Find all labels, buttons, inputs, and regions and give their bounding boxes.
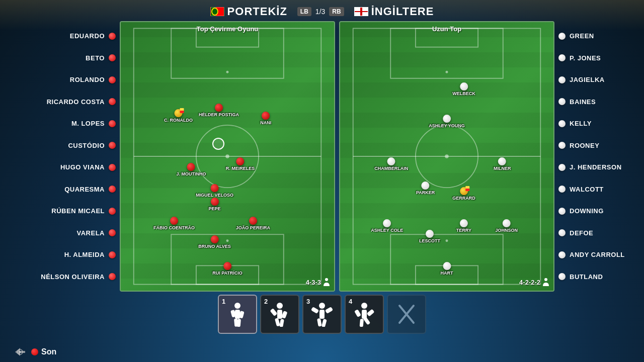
svg-rect-30 [270, 308, 277, 316]
player-dot-red [109, 273, 116, 280]
player-dot-white [558, 251, 566, 258]
pitch-player: RUI PATRÍCIO [212, 262, 243, 276]
svg-point-18 [445, 154, 448, 158]
player-dot-white [558, 76, 566, 83]
player-dot-white [558, 229, 566, 236]
player-dot-red [109, 54, 116, 61]
pitch-player: BRUNO ALVES [198, 235, 231, 249]
player-dot [249, 217, 257, 225]
player-item-right: JAGIELKA [558, 75, 639, 84]
player-item-right: WALCOTT [558, 185, 639, 194]
svg-point-19 [446, 71, 448, 73]
svg-rect-32 [275, 318, 280, 326]
bottom-controls: 1 2 3 [0, 292, 644, 342]
svg-rect-27 [237, 319, 241, 327]
player-list-left: EDUARDOBETOROLANDORICARDO COSTAM. LOPESC… [5, 21, 116, 292]
strategy-btn-4[interactable]: 4 [345, 295, 384, 334]
page-indicator: LB 1/3 RB [297, 7, 344, 16]
player-dot-red [109, 33, 116, 40]
svg-rect-37 [325, 307, 333, 314]
strategy-btn-3[interactable]: 3 [302, 295, 342, 334]
player-item-left: H. ALMEIDA [5, 250, 116, 259]
player-dot-red [109, 164, 116, 171]
pitch-left: Top Çevirme Oyunu [120, 21, 335, 292]
pitch-player: JOÃO PEREIRA [236, 217, 270, 231]
footer: ? Son [0, 342, 644, 362]
svg-point-28 [277, 303, 283, 309]
svg-rect-29 [277, 310, 282, 319]
player-dot-white [558, 273, 566, 280]
pitch-left-title: Top Çevirme Oyunu [197, 25, 259, 33]
pitch-player: LESCOTT [419, 230, 440, 244]
strategy-btn-5 [387, 295, 426, 334]
player-dot-white [558, 208, 566, 215]
back-control[interactable]: ? [15, 348, 25, 356]
pitch-player: MIGUEL VELOSO [196, 184, 233, 198]
player-item-left: VARELA [5, 229, 116, 237]
svg-rect-31 [281, 311, 287, 319]
player-item-left: M. LOPES [5, 119, 116, 128]
main-container: PORTEKİZ LB 1/3 RB İNGİLTERE EDUARDOBETO… [0, 0, 644, 362]
strategy-btn-1[interactable]: 1 [218, 295, 257, 334]
player-item-right: KELLY [558, 119, 639, 128]
pitch-player: GERRARD [452, 187, 475, 201]
team-right-title: İNGİLTERE [354, 5, 434, 18]
player-dot-red [109, 186, 116, 193]
svg-rect-33 [279, 319, 284, 327]
player-dot-red [109, 208, 116, 215]
player-item-left: RÚBEN MICAEL [5, 207, 116, 215]
pitch-player: R. MEIRELES [226, 157, 255, 171]
england-flag [354, 7, 368, 16]
svg-rect-35 [319, 310, 325, 319]
player-item-right: BUTLAND [558, 273, 639, 281]
player-item-right: P. JONES [558, 54, 639, 62]
player-dot [211, 184, 219, 192]
pitch-player: TERRY [456, 219, 471, 233]
header: PORTEKİZ LB 1/3 RB İNGİLTERE [0, 0, 644, 21]
svg-point-20 [446, 239, 448, 242]
player-dot-red [109, 142, 116, 149]
player-dot [387, 157, 395, 165]
player-dot [215, 104, 223, 112]
pitches-container: Top Çevirme Oyunu [120, 21, 554, 292]
player-dot [422, 182, 430, 190]
player-dot [460, 219, 468, 227]
player-dot-white [558, 54, 566, 61]
player-dot-white [558, 98, 566, 105]
player-item-left: NÉLSON OLIVEIRA [5, 273, 116, 281]
strategy-btn-2[interactable]: 2 [260, 295, 299, 334]
player-dot-red [109, 229, 116, 236]
back-arrow-icon: ? [15, 348, 25, 356]
player-item-right: ANDY CARROLL [558, 250, 639, 259]
pitch-player: WELBECK [452, 82, 475, 97]
pitch-left-markings [121, 22, 334, 291]
player-dot-white [558, 142, 566, 149]
svg-point-21 [544, 278, 547, 281]
player-dot [174, 109, 182, 117]
pitch-player: MILNER [494, 157, 511, 171]
svg-point-34 [319, 303, 325, 309]
pitch-player: PARKER [416, 182, 435, 196]
player-dot [498, 157, 506, 165]
svg-rect-36 [311, 307, 319, 314]
player-dot-white [558, 120, 566, 127]
pitch-player: C. RONALDO [164, 109, 193, 123]
son-dot [31, 348, 38, 355]
player-item-left: QUARESMA [5, 185, 116, 194]
team-left-title: PORTEKİZ [210, 5, 287, 18]
pitch-right-formation: 4-2-2-2 [519, 278, 549, 287]
player-dot-red [109, 98, 116, 105]
player-dot [443, 262, 451, 270]
player-item-left: EDUARDO [5, 32, 116, 40]
player-item-left: ROLANDO [5, 75, 116, 84]
pitch-right-title: Uzun Top [432, 25, 461, 33]
player-item-right: J. HENDERSON [558, 163, 639, 171]
svg-point-10 [325, 278, 328, 281]
pitch-player: HÉLDER POSTIGA [199, 104, 239, 118]
player-dot [460, 82, 468, 90]
pitch-player: CHAMBERLAIN [374, 157, 408, 171]
pitch-player: NANI [260, 112, 271, 126]
player-dot-red [109, 120, 116, 127]
svg-text:?: ? [19, 351, 21, 354]
pitch-player: J. MOUTINHO [176, 163, 206, 177]
